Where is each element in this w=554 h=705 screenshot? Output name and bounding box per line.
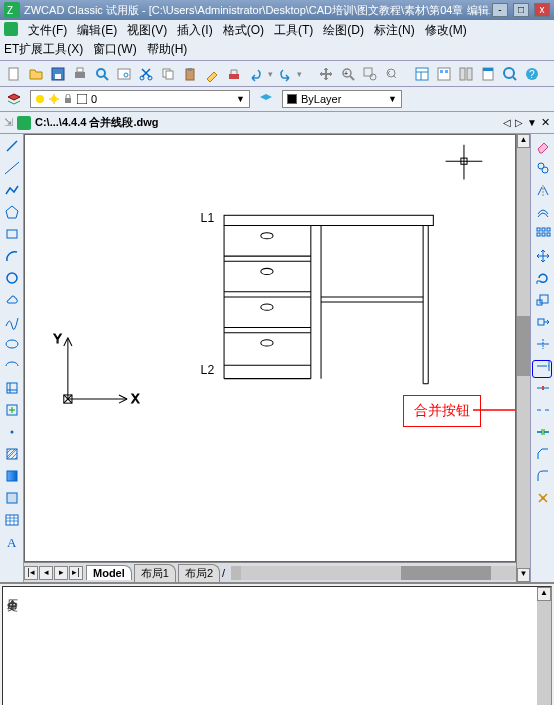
tab-layout1[interactable]: 布局1: [134, 564, 176, 582]
insert-block-button[interactable]: [2, 378, 22, 398]
move-button[interactable]: [533, 246, 553, 266]
drawing-content: Y X: [25, 135, 515, 561]
tab-layout2[interactable]: 布局2: [178, 564, 220, 582]
fillet-button[interactable]: [533, 466, 553, 486]
menu-dimension[interactable]: 标注(N): [374, 22, 415, 39]
tool-palette-button[interactable]: [456, 64, 476, 84]
erase-button[interactable]: [533, 136, 553, 156]
svg-rect-29: [440, 70, 443, 73]
make-block-button[interactable]: [2, 400, 22, 420]
break-button[interactable]: [533, 400, 553, 420]
menu-tools[interactable]: 工具(T): [274, 22, 313, 39]
menu-modify[interactable]: 修改(M): [425, 22, 467, 39]
zoom-prev-button[interactable]: [382, 64, 402, 84]
open-button[interactable]: [26, 64, 46, 84]
doc-nav-left-icon[interactable]: ◁: [503, 117, 511, 128]
ellipse-arc-button[interactable]: [2, 356, 22, 376]
canvas-vscroll[interactable]: ▲ ▼: [516, 134, 530, 582]
rect-button[interactable]: [2, 224, 22, 244]
layer-prev-button[interactable]: [256, 89, 276, 109]
match-button[interactable]: [202, 64, 222, 84]
spline-button[interactable]: [2, 312, 22, 332]
explode-button[interactable]: [533, 488, 553, 508]
gradient-button[interactable]: [2, 466, 22, 486]
menu-help[interactable]: 帮助(H): [147, 41, 188, 58]
tab-last-button[interactable]: ▸|: [69, 566, 83, 580]
undo-button[interactable]: [246, 64, 266, 84]
menu-format[interactable]: 格式(O): [223, 22, 264, 39]
ellipse-button[interactable]: [2, 334, 22, 354]
join-button[interactable]: [533, 422, 553, 442]
paste-button[interactable]: [180, 64, 200, 84]
minimize-button[interactable]: -: [492, 3, 508, 17]
tab-first-button[interactable]: |◂: [24, 566, 38, 580]
mirror-button[interactable]: [533, 180, 553, 200]
restore-button[interactable]: □: [513, 3, 529, 17]
clean-button[interactable]: [224, 64, 244, 84]
help-button[interactable]: ?: [522, 64, 542, 84]
arc-button[interactable]: [2, 246, 22, 266]
print-button[interactable]: [70, 64, 90, 84]
rotate-button[interactable]: [533, 268, 553, 288]
preview-button[interactable]: [92, 64, 112, 84]
menu-window[interactable]: 窗口(W): [93, 41, 136, 58]
menu-insert[interactable]: 插入(I): [177, 22, 212, 39]
properties-button[interactable]: [412, 64, 432, 84]
menu-view[interactable]: 视图(V): [127, 22, 167, 39]
mtext-button[interactable]: A: [2, 532, 22, 552]
polygon-button[interactable]: [2, 202, 22, 222]
layer-combo[interactable]: 0 ▼: [30, 90, 250, 108]
command-history[interactable]: 命令历史 ▲ ▼: [2, 586, 552, 705]
pan-button[interactable]: [316, 64, 336, 84]
color-combo[interactable]: ByLayer ▼: [282, 90, 402, 108]
tab-next-button[interactable]: ▸: [54, 566, 68, 580]
copy-button[interactable]: [158, 64, 178, 84]
line-button[interactable]: [2, 136, 22, 156]
doc-tab[interactable]: C:\...\4.4.4 合并线段.dwg: [17, 115, 158, 130]
offset-button[interactable]: [533, 202, 553, 222]
app-menu-icon[interactable]: [4, 22, 18, 36]
point-button[interactable]: [2, 422, 22, 442]
layer-manager-button[interactable]: [4, 89, 24, 109]
design-center-button[interactable]: [434, 64, 454, 84]
menu-draw[interactable]: 绘图(D): [323, 22, 364, 39]
pin-icon[interactable]: ⇲: [4, 116, 13, 129]
menu-edit[interactable]: 编辑(E): [77, 22, 117, 39]
region-button[interactable]: [2, 488, 22, 508]
revcloud-button[interactable]: [2, 290, 22, 310]
zoom-window-button[interactable]: [360, 64, 380, 84]
break-pt-button[interactable]: [533, 378, 553, 398]
close-button[interactable]: x: [534, 3, 550, 17]
tab-prev-button[interactable]: ◂: [39, 566, 53, 580]
svg-rect-3: [9, 68, 18, 80]
chamfer-button[interactable]: [533, 444, 553, 464]
calc-button[interactable]: [500, 64, 520, 84]
xline-button[interactable]: [2, 158, 22, 178]
hatch-button[interactable]: [2, 444, 22, 464]
array-button[interactable]: [533, 224, 553, 244]
canvas-hscroll[interactable]: [231, 566, 516, 580]
new-button[interactable]: [4, 64, 24, 84]
sheet-set-button[interactable]: [478, 64, 498, 84]
save-button[interactable]: [48, 64, 68, 84]
redo-button[interactable]: [275, 64, 295, 84]
copy-obj-button[interactable]: [533, 158, 553, 178]
doc-nav-right-icon[interactable]: ▷: [515, 117, 523, 128]
tab-model[interactable]: Model: [86, 565, 132, 580]
menu-file[interactable]: 文件(F): [28, 22, 67, 39]
stretch-button[interactable]: [533, 312, 553, 332]
cut-button[interactable]: [136, 64, 156, 84]
doc-close-icon[interactable]: ✕: [541, 116, 550, 129]
doc-nav-menu-icon[interactable]: ▼: [527, 117, 537, 128]
pline-button[interactable]: [2, 180, 22, 200]
trim-button[interactable]: [533, 334, 553, 354]
circle-button[interactable]: [2, 268, 22, 288]
drawing-canvas[interactable]: Y X: [24, 134, 516, 562]
menu-et[interactable]: ET扩展工具(X): [4, 41, 83, 58]
scale-button[interactable]: [533, 290, 553, 310]
zoom-rt-button[interactable]: +: [338, 64, 358, 84]
svg-rect-15: [166, 71, 173, 79]
table-button[interactable]: [2, 510, 22, 530]
svg-rect-46: [77, 94, 87, 104]
find-button[interactable]: [114, 64, 134, 84]
